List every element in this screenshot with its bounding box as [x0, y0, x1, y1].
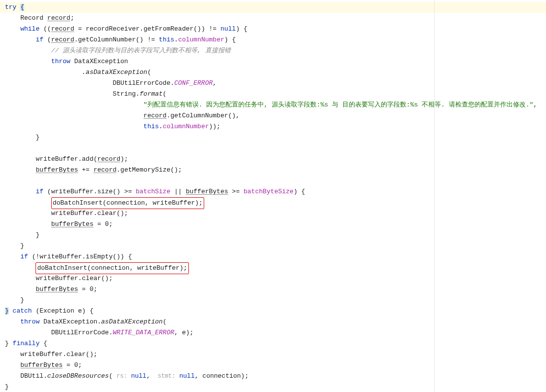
code-line[interactable]: while ((record = recordReceiver.getFromR…	[0, 24, 546, 35]
code-line[interactable]: "列配置信息有错误. 因为您配置的任务中, 源头读取字段数:%s 与 目的表要写…	[0, 100, 546, 110]
code-line[interactable]: Record record;	[0, 13, 546, 24]
param-hint: rs:	[116, 373, 127, 380]
code-line[interactable]: bufferBytes = 0;	[0, 360, 546, 371]
code-line[interactable]	[0, 176, 546, 186]
code-line[interactable]: DBUtilErrorCode.CONF_ERROR,	[0, 78, 546, 89]
code-line[interactable]: if (writeBuffer.size() >= batchSize || b…	[0, 186, 546, 197]
code-line[interactable]: // 源头读取字段列数与目的表字段写入列数不相等, 直接报错	[0, 45, 546, 56]
code-line[interactable]: writeBuffer.clear();	[0, 273, 546, 284]
code-line[interactable]: bufferBytes = 0;	[0, 284, 546, 295]
comment: // 源头读取字段列数与目的表字段写入列数不相等, 直接报错	[51, 47, 231, 54]
keyword-try: try	[5, 3, 16, 11]
code-line[interactable]: throw DataXException	[0, 56, 546, 67]
string-literal: "列配置信息有错误. 因为您配置的任务中, 源头读取字段数:%s 与 目的表要写…	[144, 101, 533, 108]
code-line[interactable]: bufferBytes += record.getMemorySize();	[0, 165, 546, 176]
code-line[interactable]: }	[0, 382, 546, 392]
code-line[interactable]: }	[0, 241, 546, 251]
right-margin-ruler	[434, 0, 435, 392]
highlight-box: doBatchInsert(connection, writeBuffer);	[51, 197, 204, 209]
code-line[interactable]: .asDataXException(	[0, 67, 546, 78]
code-line[interactable]: doBatchInsert(connection, writeBuffer);	[0, 262, 546, 273]
code-line[interactable]: if (!writeBuffer.isEmpty()) {	[0, 251, 546, 262]
code-line[interactable]: } catch (Exception e) {	[0, 306, 546, 317]
code-line[interactable]: record.getColumnNumber(),	[0, 110, 546, 121]
code-line[interactable]: }	[0, 295, 546, 306]
code-line[interactable]: writeBuffer.clear();	[0, 349, 546, 360]
close-brace-hl: }	[5, 307, 9, 315]
code-editor[interactable]: try { Record record; while ((record = re…	[0, 0, 546, 392]
code-line[interactable]	[0, 143, 546, 154]
code-line[interactable]: }	[0, 132, 546, 143]
code-line[interactable]: }	[0, 230, 546, 241]
code-line[interactable]: writeBuffer.add(record);	[0, 154, 546, 165]
param-hint: stmt:	[154, 373, 176, 380]
code-line[interactable]: throw DataXException.asDataXException(	[0, 317, 546, 327]
code-line[interactable]: DBUtil.closeDBResources( rs: null, stmt:…	[0, 371, 546, 382]
code-line[interactable]: if (record.getColumnNumber() != this.col…	[0, 35, 546, 45]
highlight-box: doBatchInsert(connection, writeBuffer);	[36, 262, 188, 274]
code-line[interactable]: this.columnNumber));	[0, 121, 546, 132]
code-line[interactable]: String.format(	[0, 89, 546, 100]
code-line[interactable]: bufferBytes = 0;	[0, 219, 546, 230]
code-line[interactable]: writeBuffer.clear();	[0, 208, 546, 219]
code-line[interactable]: try {	[0, 2, 546, 13]
code-line[interactable]: } finally {	[0, 338, 546, 349]
code-line[interactable]: DBUtilErrorCode.WRITE_DATA_ERROR, e);	[0, 327, 546, 338]
open-brace-hl: {	[20, 3, 24, 11]
var-record: record	[47, 14, 71, 22]
code-line[interactable]: doBatchInsert(connection, writeBuffer);	[0, 197, 546, 208]
